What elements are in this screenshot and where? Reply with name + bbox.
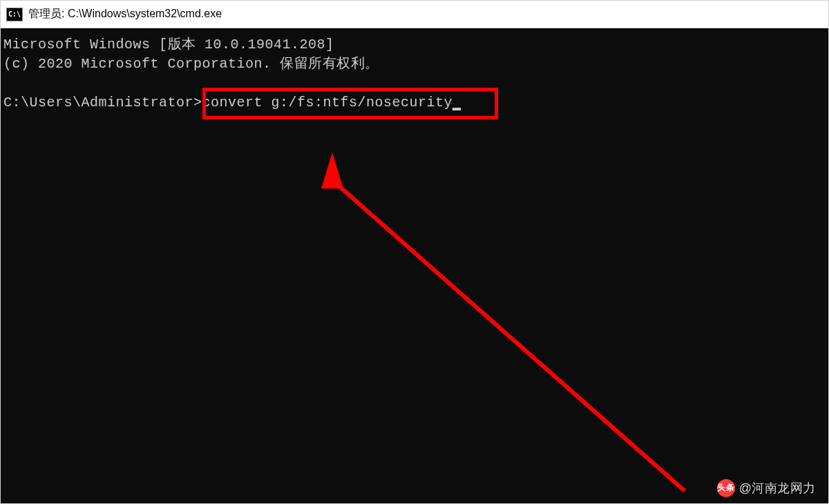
watermark-logo-icon: 头条 [717, 479, 735, 497]
cmd-window: C:\ 管理员: C:\Windows\system32\cmd.exe Mic… [0, 0, 829, 504]
svg-line-0 [332, 180, 685, 491]
watermark-text: @河南龙网力 [739, 478, 816, 498]
terminal-area[interactable]: Microsoft Windows [版本 10.0.19041.208] (c… [1, 28, 828, 503]
arrow-annotation-icon [305, 146, 719, 504]
titlebar[interactable]: C:\ 管理员: C:\Windows\system32\cmd.exe [1, 1, 828, 28]
svg-marker-1 [321, 153, 343, 188]
cmd-icon: C:\ [6, 8, 23, 21]
window-title: 管理员: C:\Windows\system32\cmd.exe [28, 7, 222, 21]
terminal-line-copyright: (c) 2020 Microsoft Corporation. 保留所有权利。 [1, 55, 828, 74]
watermark: 头条 @河南龙网力 [717, 478, 816, 498]
command-text: convert g:/fs:ntfs/nosecurity [202, 95, 453, 110]
terminal-line-version: Microsoft Windows [版本 10.0.19041.208] [1, 35, 828, 55]
terminal-prompt-line: C:\Users\Administrator>convert g:/fs:ntf… [1, 93, 828, 113]
prompt-text: C:\Users\Administrator> [3, 95, 202, 110]
cursor-icon [452, 108, 461, 110]
